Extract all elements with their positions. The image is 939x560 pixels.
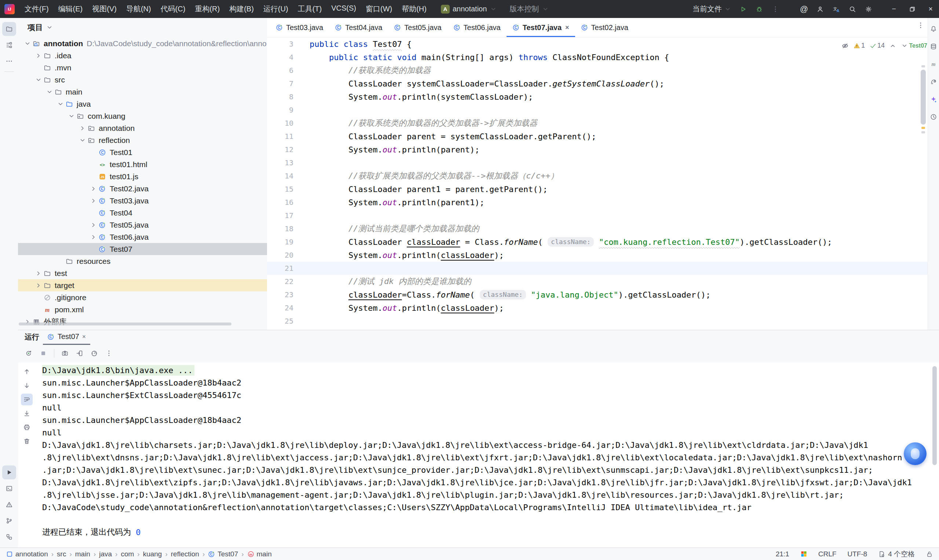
tree-item-Test01[interactable]: CTest01 bbox=[18, 146, 267, 158]
editor-tab-Test05.java[interactable]: CTest05.java bbox=[388, 18, 447, 37]
code-editor[interactable]: 3public class Test07 {4 public static vo… bbox=[267, 37, 928, 330]
translate-icon[interactable]: 文A bbox=[829, 3, 843, 15]
inspections-widget[interactable]: 1 14 bbox=[842, 42, 908, 49]
editor-tab-Test07.java[interactable]: CTest07.java× bbox=[507, 18, 575, 37]
breadcrumb-src[interactable]: src bbox=[57, 550, 66, 558]
more-v-button[interactable] bbox=[103, 347, 115, 360]
more-actions-button[interactable] bbox=[768, 3, 783, 15]
arrow-up-button[interactable] bbox=[21, 366, 32, 377]
editor-tab-Test04.java[interactable]: CTest04.java bbox=[329, 18, 388, 37]
tree-item-外部库[interactable]: 外部库 bbox=[18, 315, 267, 328]
editor-tab-Test06.java[interactable]: CTest06.java bbox=[447, 18, 507, 37]
database-tool-button[interactable] bbox=[929, 42, 938, 51]
minimize-button[interactable]: − bbox=[885, 0, 902, 18]
git-branch-tool-button[interactable] bbox=[2, 514, 16, 528]
tree-item-.mvn[interactable]: .mvn bbox=[18, 62, 267, 74]
eye-off-icon[interactable] bbox=[842, 42, 849, 49]
tree-item-Test07[interactable]: CTest07 bbox=[18, 243, 267, 255]
menu-代码[interactable]: 代码(C) bbox=[156, 3, 190, 15]
editor-tab-Test02.java[interactable]: CTest02.java bbox=[575, 18, 634, 37]
services-tool-button[interactable] bbox=[2, 530, 16, 544]
settings-gear-icon[interactable] bbox=[861, 3, 876, 15]
line-number[interactable]: 21 bbox=[267, 264, 301, 273]
history-tool-button[interactable] bbox=[929, 112, 938, 122]
menu-帮助[interactable]: 帮助(H) bbox=[397, 3, 431, 15]
tree-item-Test05.java[interactable]: CTest05.java bbox=[18, 219, 267, 231]
breadcrumb-com[interactable]: com bbox=[121, 550, 134, 558]
restore-button[interactable] bbox=[904, 0, 920, 18]
line-number[interactable]: 17 bbox=[267, 211, 301, 220]
tree-item-test01.html[interactable]: <>test01.html bbox=[18, 158, 267, 171]
line-number[interactable]: 3 bbox=[267, 40, 301, 48]
structure-tool-button[interactable] bbox=[2, 38, 16, 52]
ai-sparkle-tool-button[interactable] bbox=[929, 95, 938, 104]
caret-position-widget[interactable]: 21:1 bbox=[776, 550, 789, 558]
line-number[interactable]: 8 bbox=[267, 92, 301, 101]
tree-item-test[interactable]: test bbox=[18, 267, 267, 279]
run-configuration-selector[interactable]: 当前文件 bbox=[689, 3, 734, 15]
menu-运行[interactable]: 运行(U) bbox=[259, 3, 293, 15]
line-number[interactable]: 16 bbox=[267, 198, 301, 207]
console-output[interactable]: D:\Java\jdk1.8\bin\java.exe ...sun.misc.… bbox=[42, 364, 930, 548]
windows-logo-icon[interactable] bbox=[800, 551, 807, 557]
tree-item-.gitignore[interactable]: .gitignore bbox=[18, 291, 267, 303]
print-button[interactable] bbox=[21, 422, 32, 433]
tree-item-test01.js[interactable]: JStest01.js bbox=[18, 171, 267, 183]
line-number[interactable]: 15 bbox=[267, 185, 301, 194]
breadcrumb-main[interactable]: main bbox=[75, 550, 90, 558]
ai-assistant-floating-button[interactable] bbox=[904, 442, 927, 465]
line-number[interactable]: 19 bbox=[267, 237, 301, 246]
close-icon[interactable]: × bbox=[565, 24, 569, 32]
breadcrumb-java[interactable]: java bbox=[99, 550, 112, 558]
tree-item-java[interactable]: java bbox=[18, 98, 267, 110]
line-number[interactable]: 4 bbox=[267, 53, 301, 62]
tree-item-reflection[interactable]: reflection bbox=[18, 134, 267, 146]
line-number[interactable]: 24 bbox=[267, 303, 301, 312]
menu-重构[interactable]: 重构(R) bbox=[190, 3, 225, 15]
close-button[interactable]: × bbox=[922, 0, 939, 18]
bell-tool-button[interactable] bbox=[929, 24, 938, 34]
more-h-tool-button[interactable] bbox=[2, 54, 16, 68]
tree-item-resources[interactable]: resources bbox=[18, 255, 267, 267]
indent-widget[interactable]: 4 个空格 bbox=[878, 549, 915, 559]
terminal-tool-button[interactable] bbox=[2, 482, 16, 495]
chevron-down-icon[interactable] bbox=[901, 42, 908, 49]
tree-item-com.kuang[interactable]: com.kuang bbox=[18, 110, 267, 122]
tree-item-src[interactable]: src bbox=[18, 74, 267, 86]
tree-horizontal-scrollbar[interactable] bbox=[19, 323, 231, 325]
tab-options-icon[interactable] bbox=[917, 22, 924, 29]
warning-count[interactable]: 1 bbox=[853, 42, 865, 49]
line-number[interactable]: 18 bbox=[267, 224, 301, 233]
project-folder-tool-button[interactable] bbox=[2, 22, 16, 36]
arrow-down-button[interactable] bbox=[21, 380, 32, 391]
gradle-tool-button[interactable] bbox=[929, 77, 938, 86]
tree-item-target[interactable]: target bbox=[18, 279, 267, 291]
line-number[interactable]: 6 bbox=[267, 66, 301, 75]
encoding-widget[interactable]: UTF-8 bbox=[847, 550, 867, 558]
maven-m-tool-button[interactable]: m bbox=[929, 59, 938, 69]
soft-wrap-button[interactable] bbox=[21, 394, 32, 405]
menu-构建[interactable]: 构建(B) bbox=[225, 3, 259, 15]
breadcrumb-kuang[interactable]: kuang bbox=[143, 550, 162, 558]
rerun-button[interactable] bbox=[22, 347, 35, 360]
at-spiral-icon[interactable]: @ bbox=[797, 3, 811, 15]
chevron-up-icon[interactable] bbox=[889, 42, 896, 49]
console-command-link[interactable]: D:\Java\jdk1.8\bin\java.exe ... bbox=[42, 365, 194, 375]
problems-tool-button[interactable] bbox=[2, 498, 16, 512]
breadcrumb-main[interactable]: mmain bbox=[247, 550, 272, 558]
gauge-button[interactable] bbox=[88, 347, 100, 360]
tree-item-Test06.java[interactable]: CTest06.java bbox=[18, 231, 267, 243]
line-number[interactable]: 22 bbox=[267, 277, 301, 286]
console-scrollbar[interactable] bbox=[933, 366, 937, 465]
project-widget[interactable]: A annotation 版本控制 bbox=[441, 4, 549, 14]
line-number[interactable]: 10 bbox=[267, 119, 301, 128]
breadcrumb-Test07[interactable]: CTest07 bbox=[208, 550, 238, 558]
run-button[interactable] bbox=[736, 3, 751, 15]
debug-button[interactable] bbox=[752, 3, 766, 15]
breadcrumb-reflection[interactable]: reflection bbox=[171, 550, 199, 558]
tree-item-.idea[interactable]: .idea bbox=[18, 49, 267, 62]
line-number[interactable]: 12 bbox=[267, 145, 301, 154]
tree-item-Test04[interactable]: CTest04 bbox=[18, 207, 267, 219]
line-number[interactable]: 7 bbox=[267, 79, 301, 88]
trash-button[interactable] bbox=[21, 435, 32, 447]
